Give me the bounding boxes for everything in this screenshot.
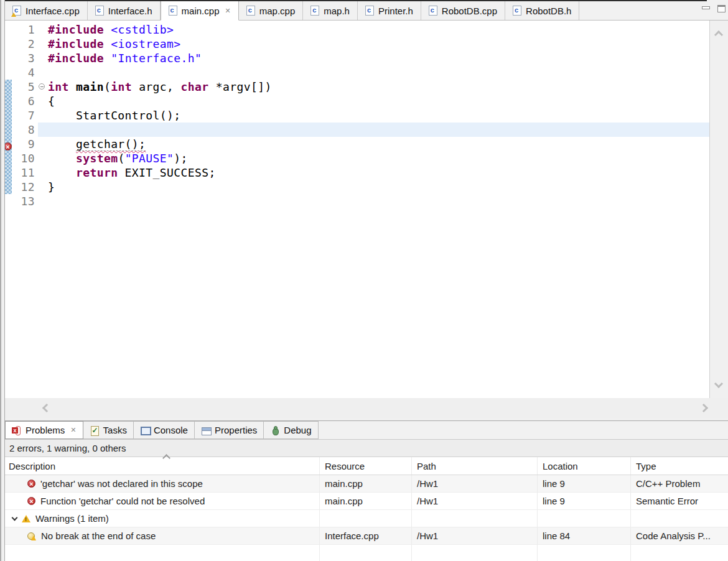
view-tab-label: Console	[154, 425, 188, 435]
c-file-icon	[365, 6, 374, 16]
code-line-content[interactable]	[38, 194, 709, 208]
minimized-view-rail[interactable]	[0, 0, 5, 561]
column-header-resource[interactable]: Resource	[320, 457, 412, 475]
current-line-highlight[interactable]	[38, 123, 709, 137]
editor-tab-robotdb-h[interactable]: RobotDB.h	[505, 1, 579, 20]
line-number[interactable]: 9	[12, 137, 38, 151]
code-line[interactable]: 7 StartControl();	[5, 108, 709, 123]
code-line-content[interactable]: StartControl();	[38, 108, 709, 123]
code-line-content[interactable]: #include <cstdlib>	[38, 22, 709, 37]
resource-cell	[320, 545, 412, 561]
code-text: int main(int argc, char *argv[])	[48, 80, 709, 94]
code-line[interactable]: 9 getchar();	[5, 137, 709, 151]
code-segment: int	[48, 80, 69, 93]
line-number[interactable]: 10	[12, 151, 38, 165]
quickdiff-added-bar	[5, 108, 12, 123]
line-number[interactable]: 5	[12, 80, 38, 94]
editor-tab-label: main.cpp	[182, 6, 220, 16]
resource-cell: main.cpp	[320, 493, 412, 509]
editor-tab-robotdb-cpp[interactable]: RobotDB.cpp	[421, 1, 505, 20]
editor-tab-map-cpp[interactable]: map.cpp	[239, 1, 304, 20]
line-number[interactable]: 12	[12, 180, 38, 194]
vertical-scrollbar[interactable]	[709, 21, 728, 398]
problems-group-row[interactable]: Warnings (1 item)	[5, 510, 728, 527]
code-line[interactable]: 12}	[5, 180, 709, 194]
scroll-left-icon[interactable]	[42, 404, 51, 412]
scroll-right-icon[interactable]	[699, 404, 708, 412]
collapse-icon[interactable]	[39, 83, 45, 90]
view-tab-problems[interactable]: Problems✕	[5, 421, 83, 439]
horizontal-scrollbar[interactable]	[5, 398, 728, 418]
line-number[interactable]: 11	[12, 165, 38, 180]
editor-tab-main-cpp[interactable]: main.cpp✕	[161, 1, 239, 21]
code-line-content[interactable]: return EXIT_SUCCESS;	[38, 165, 709, 180]
minimize-view-icon[interactable]	[702, 6, 710, 9]
code-line[interactable]: 6{	[5, 94, 709, 108]
scroll-up-icon[interactable]	[714, 30, 723, 39]
line-number[interactable]: 6	[12, 94, 38, 108]
code-analysis-warning-icon	[27, 532, 36, 540]
maximize-view-icon[interactable]	[717, 5, 726, 12]
close-tab-icon[interactable]: ✕	[225, 7, 230, 15]
description-cell: 'getchar' was not declared in this scope	[5, 475, 320, 492]
description-text: No break at the end of case	[41, 531, 156, 541]
code-segment	[104, 37, 111, 50]
code-line[interactable]: 1#include <cstdlib>	[5, 22, 709, 37]
column-header-type[interactable]: Type	[631, 457, 728, 475]
problem-row[interactable]: 'getchar' was not declared in this scope…	[5, 475, 728, 493]
code-line[interactable]: 4	[5, 65, 709, 80]
code-segment: EXIT_SUCCESS;	[118, 166, 215, 179]
location-cell: line 84	[538, 527, 631, 544]
code-line-content[interactable]: getchar();	[38, 137, 709, 151]
view-tab-properties[interactable]: Properties	[195, 421, 264, 439]
column-header-description[interactable]: Description	[5, 457, 320, 475]
fold-margin	[38, 180, 48, 194]
line-number[interactable]: 7	[12, 108, 38, 123]
view-tab-tasks[interactable]: Tasks	[83, 421, 134, 439]
code-line-content[interactable]: int main(int argc, char *argv[])	[38, 80, 709, 94]
code-line[interactable]: 13	[5, 194, 709, 208]
line-number[interactable]: 4	[12, 65, 38, 80]
code-line-content[interactable]	[38, 65, 709, 80]
editor-tab-printer-h[interactable]: Printer.h	[358, 1, 421, 20]
scroll-down-icon[interactable]	[714, 379, 723, 388]
editor-tab-label: Printer.h	[378, 6, 413, 16]
problem-row[interactable]: No break at the end of caseInterface.cpp…	[5, 527, 728, 545]
column-header-path[interactable]: Path	[412, 457, 538, 475]
editor-tab-map-h[interactable]: map.h	[303, 1, 358, 20]
chevron-down-icon[interactable]	[12, 514, 18, 521]
editor-tab-label: RobotDB.h	[526, 6, 571, 16]
code-line[interactable]: 10 system("PAUSE");	[5, 151, 709, 165]
code-editor[interactable]: 1#include <cstdlib>2#include <iostream>3…	[5, 21, 709, 398]
code-line-content[interactable]: #include <iostream>	[38, 37, 709, 51]
description-text: 'getchar' was not declared in this scope	[40, 478, 203, 489]
view-tab-debug[interactable]: Debug	[264, 421, 318, 439]
code-line[interactable]: 3#include "Interface.h"	[5, 51, 709, 65]
line-number[interactable]: 3	[12, 51, 38, 65]
view-tab-label: Problems	[26, 425, 65, 435]
code-line[interactable]: 8	[5, 123, 709, 137]
line-number[interactable]: 13	[12, 194, 38, 208]
code-segment	[48, 152, 76, 165]
code-line[interactable]: 11 return EXIT_SUCCESS;	[5, 165, 709, 180]
close-tab-icon[interactable]: ✕	[70, 426, 76, 434]
line-number[interactable]: 1	[12, 22, 38, 37]
code-line-content[interactable]: system("PAUSE");	[38, 151, 709, 165]
line-number[interactable]: 2	[12, 37, 38, 51]
code-line[interactable]: 5int main(int argc, char *argv[])	[5, 80, 709, 94]
editor-tab-interface-cpp[interactable]: Interface.cpp	[5, 1, 88, 20]
line-number[interactable]: 8	[12, 123, 38, 137]
problem-row[interactable]: Function 'getchar' could not be resolved…	[5, 493, 728, 510]
quickdiff-added-bar	[5, 165, 12, 180]
code-line-content[interactable]: }	[38, 180, 709, 194]
code-line-content[interactable]: #include "Interface.h"	[38, 51, 709, 65]
view-tab-label: Debug	[284, 425, 311, 435]
editor-tab-interface-h[interactable]: Interface.h	[88, 1, 161, 20]
code-line[interactable]: 2#include <iostream>	[5, 37, 709, 51]
error-icon	[27, 497, 35, 505]
quickdiff-added-bar	[5, 94, 12, 108]
fold-margin	[38, 137, 48, 151]
code-line-content[interactable]: {	[38, 94, 709, 108]
column-header-location[interactable]: Location	[538, 457, 631, 475]
view-tab-console[interactable]: Console	[134, 421, 195, 439]
